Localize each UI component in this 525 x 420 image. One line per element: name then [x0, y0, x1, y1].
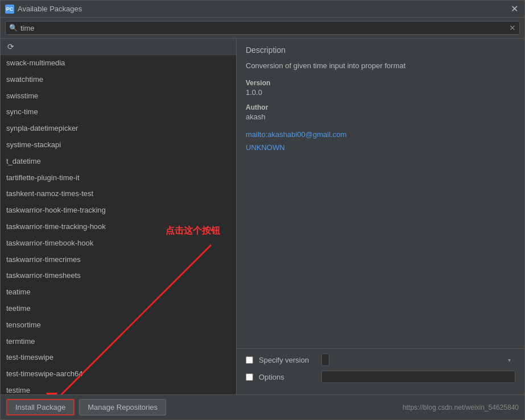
list-item[interactable]: taskwarrior-timecrimes	[1, 252, 236, 268]
version-value: 1.0.0	[246, 88, 515, 97]
options-label: Options	[259, 373, 316, 381]
description-header: Description	[246, 45, 515, 55]
package-list: swack-multimedia swatchtime swisstime sy…	[1, 55, 236, 394]
clear-search-icon[interactable]: ✕	[509, 23, 516, 32]
list-item[interactable]: systime-stackapi	[1, 137, 236, 153]
manage-repositories-button[interactable]: Manage Repositories	[79, 399, 166, 415]
specify-version-label: Specify version	[259, 356, 316, 364]
description-text: Conversion of given time input into prop…	[246, 61, 515, 70]
app-icon: PC	[5, 5, 14, 14]
search-icon: 🔍	[9, 24, 18, 32]
email-link[interactable]: mailto:akashabi00@gmail.com	[246, 128, 515, 141]
version-label: Version	[246, 79, 515, 87]
specify-version-checkbox[interactable]	[246, 356, 253, 364]
list-item[interactable]: teetime	[1, 301, 236, 317]
list-item[interactable]: taskwarrior-time-tracking-hook	[1, 219, 236, 235]
options-input[interactable]	[321, 371, 515, 383]
author-value: akash	[246, 113, 515, 121]
list-item[interactable]: synpla-datetimepicker	[1, 120, 236, 137]
install-package-button[interactable]: Install Package	[6, 399, 75, 415]
list-item[interactable]: termtime	[1, 334, 236, 350]
list-item[interactable]: swisstime	[1, 88, 236, 105]
list-item[interactable]: teatime	[1, 284, 236, 301]
list-item[interactable]: sync-time	[1, 104, 236, 120]
close-button[interactable]: ✕	[509, 3, 520, 15]
list-item[interactable]: taskwarrior-timebook-hook	[1, 235, 236, 252]
window-title: Available Packages	[18, 5, 509, 13]
list-item[interactable]: t_datetime	[1, 153, 236, 170]
list-item[interactable]: swack-multimedia	[1, 55, 236, 72]
search-input[interactable]	[20, 24, 506, 32]
list-item[interactable]: swatchtime	[1, 72, 236, 88]
options-checkbox[interactable]	[246, 373, 253, 381]
version-select[interactable]	[321, 354, 329, 366]
list-item[interactable]: test-timeswipe-aarch64	[1, 366, 236, 382]
list-item[interactable]: test-timeswipe	[1, 350, 236, 366]
list-item[interactable]: taskwarrior-timesheets	[1, 268, 236, 284]
list-item[interactable]: taskwarrior-hook-time-tracking	[1, 202, 236, 219]
unknown-link[interactable]: UNKNOWN	[246, 141, 515, 154]
author-label: Author	[246, 103, 515, 111]
refresh-button[interactable]: ⟳	[5, 41, 16, 52]
list-item[interactable]: tashkent-namoz-times-test	[1, 186, 236, 202]
list-item[interactable]: testime	[1, 382, 236, 394]
list-item[interactable]: tensortime	[1, 317, 236, 334]
list-item[interactable]: tartiflette-plugin-time-it	[1, 170, 236, 186]
footer-link: https://blog.csdn.net/weixin_54625840	[403, 404, 519, 411]
